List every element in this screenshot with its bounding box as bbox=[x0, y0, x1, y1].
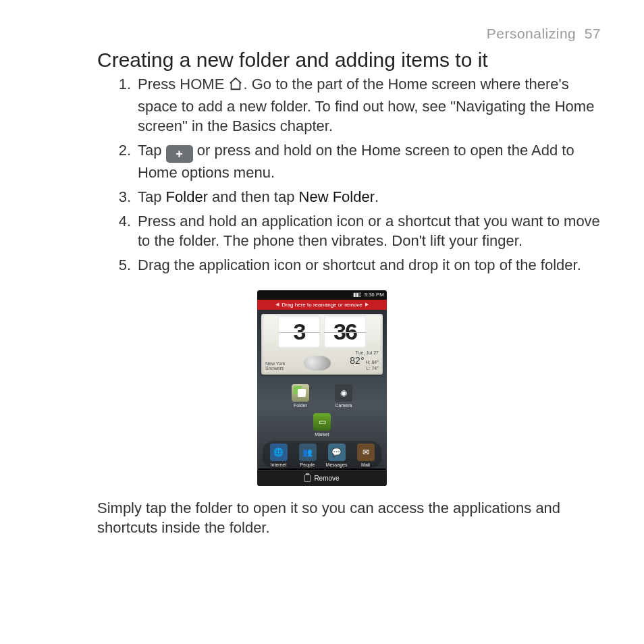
step-body: Drag the application icon or shortcut an… bbox=[138, 255, 601, 275]
cloud-icon bbox=[304, 356, 331, 371]
drag-hint-text: Drag here to rearrange or remove bbox=[281, 302, 363, 308]
section-name: Personalizing bbox=[487, 26, 576, 41]
clock-hour: 3 bbox=[278, 317, 320, 348]
market-icon: ▭ bbox=[313, 413, 331, 431]
step-text: . bbox=[375, 188, 379, 205]
clock-minute: 36 bbox=[324, 317, 366, 348]
chevron-left-icon: ◀ bbox=[275, 302, 279, 307]
step-text: and then tap bbox=[208, 188, 299, 205]
weather-hi: H: 84° bbox=[365, 360, 379, 365]
drag-hint-bar: ◀ Drag here to rearrange or remove ▶ bbox=[257, 300, 387, 310]
messages-icon: 💬 bbox=[328, 444, 346, 461]
globe-icon: 🌐 bbox=[270, 444, 288, 461]
app-row: Folder ◉ Camera bbox=[261, 384, 383, 408]
app-label: Camera bbox=[331, 403, 356, 408]
app-label: Messages bbox=[324, 462, 350, 467]
step-1: 1. Press HOME . Go to the part of the Ho… bbox=[117, 74, 601, 136]
phone-screenshot: ▮▮▯ 3:36 PM ◀ Drag here to rearrange or … bbox=[257, 290, 387, 486]
step-number: 5. bbox=[117, 255, 138, 275]
mail-icon: ✉ bbox=[357, 444, 375, 461]
app-market: ▭ Market bbox=[309, 413, 335, 437]
weather-temp: 82° bbox=[350, 355, 364, 366]
step-text: Tap bbox=[138, 188, 166, 205]
app-label: Internet bbox=[266, 462, 292, 467]
app-label: Mail bbox=[353, 462, 379, 467]
signal-icon: ▮▮▯ bbox=[353, 292, 361, 298]
plus-icon: + bbox=[166, 145, 193, 163]
app-messages: 💬Messages bbox=[324, 444, 350, 467]
ui-term: New Folder bbox=[299, 188, 375, 205]
folder-icon bbox=[292, 384, 309, 402]
step-text: Tap bbox=[138, 142, 166, 159]
weather-lo: L: 74° bbox=[350, 366, 379, 371]
weather-row: New York Showers Tue, Jul 27 82° H: 84° … bbox=[265, 350, 379, 371]
app-camera: ◉ Camera bbox=[331, 384, 356, 408]
step-number: 3. bbox=[117, 187, 138, 207]
remove-label: Remove bbox=[314, 475, 339, 482]
chevron-right-icon: ▶ bbox=[365, 302, 369, 307]
step-list: 1. Press HOME . Go to the part of the Ho… bbox=[117, 74, 601, 275]
camera-icon: ◉ bbox=[335, 384, 352, 402]
step-body: Press and hold an application icon or a … bbox=[138, 211, 601, 251]
step-5: 5. Drag the application icon or shortcut… bbox=[117, 255, 601, 275]
weather-right: Tue, Jul 27 82° H: 84° L: 74° bbox=[350, 350, 379, 371]
page-header: Personalizing 57 bbox=[487, 26, 601, 42]
app-label: People bbox=[295, 462, 321, 467]
step-number: 2. bbox=[117, 140, 138, 183]
app-mail: ✉Mail bbox=[353, 444, 379, 467]
dock-row: 🌐Internet 👥People 💬Messages ✉Mail bbox=[263, 441, 381, 468]
step-number: 4. bbox=[117, 211, 138, 251]
clock-widget: 3 36 New York Showers Tue, Jul 27 82° H:… bbox=[261, 314, 383, 375]
weather-left: New York Showers bbox=[265, 361, 286, 371]
remove-bar: Remove bbox=[257, 470, 387, 486]
figure: ▮▮▯ 3:36 PM ◀ Drag here to rearrange or … bbox=[43, 290, 601, 486]
step-text: Press HOME bbox=[138, 76, 228, 92]
manual-page: Personalizing 57 Creating a new folder a… bbox=[0, 0, 644, 644]
weather-city: New York bbox=[265, 361, 286, 366]
closing-text: Simply tap the folder to open it so you … bbox=[97, 498, 587, 538]
step-3: 3. Tap Folder and then tap New Folder. bbox=[117, 187, 601, 207]
app-people: 👥People bbox=[295, 444, 321, 467]
app-row: ▭ Market bbox=[261, 413, 383, 437]
app-folder: Folder bbox=[288, 384, 313, 408]
trash-icon bbox=[304, 475, 311, 482]
section-title: Creating a new folder and adding items t… bbox=[97, 49, 601, 72]
people-icon: 👥 bbox=[299, 444, 317, 461]
page-number: 57 bbox=[585, 26, 601, 41]
step-body: Tap Folder and then tap New Folder. bbox=[138, 187, 601, 207]
app-internet: 🌐Internet bbox=[266, 444, 292, 467]
step-2: 2. Tap + or press and hold on the Home s… bbox=[117, 140, 601, 183]
step-text: or press and hold on the Home screen to … bbox=[138, 142, 574, 181]
home-icon bbox=[228, 76, 243, 97]
phone-home: 3 36 New York Showers Tue, Jul 27 82° H:… bbox=[257, 310, 387, 468]
app-label: Market bbox=[309, 432, 335, 437]
status-time: 3:36 PM bbox=[364, 292, 384, 298]
step-body: Press HOME . Go to the part of the Home … bbox=[138, 74, 601, 136]
phone-statusbar: ▮▮▯ 3:36 PM bbox=[257, 290, 387, 300]
step-body: Tap + or press and hold on the Home scre… bbox=[138, 140, 601, 183]
app-label: Folder bbox=[288, 403, 313, 408]
flip-clock: 3 36 bbox=[265, 317, 379, 348]
weather-date: Tue, Jul 27 bbox=[350, 350, 379, 355]
step-4: 4. Press and hold an application icon or… bbox=[117, 211, 601, 251]
ui-term: Folder bbox=[166, 188, 208, 205]
weather-cond: Showers bbox=[265, 366, 286, 371]
step-number: 1. bbox=[117, 74, 138, 136]
